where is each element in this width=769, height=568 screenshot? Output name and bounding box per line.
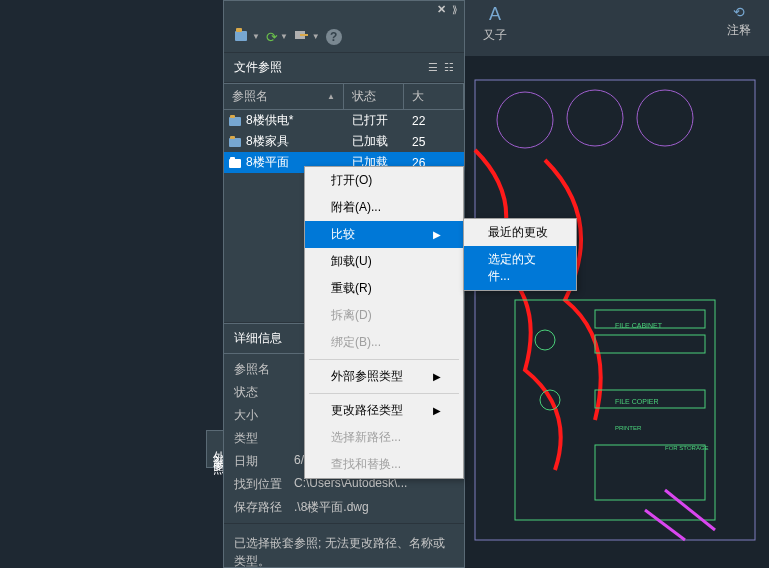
refresh-icon: ⟳ [266,29,278,45]
svg-text:PRINTER: PRINTER [615,425,642,431]
detail-row: 保存路径 .\8楼平面.dwg [224,496,464,519]
svg-rect-24 [230,157,235,160]
table-header: 参照名 ▲ 状态 大 [224,83,464,110]
panel-title-bar: 文件参照 ☰ ☷ [224,53,464,83]
menu-item: 拆离(D) [305,302,463,329]
menu-item[interactable]: 更改路径类型▶ [305,397,463,424]
row-name: 8楼供电* [246,112,293,129]
column-name[interactable]: 参照名 ▲ [224,84,344,109]
detail-label: 参照名 [234,361,294,378]
svg-text:FOR STORAGE: FOR STORAGE [665,445,709,451]
detail-label: 大小 [234,407,294,424]
detail-label: 状态 [234,384,294,401]
ribbon-label: 注释 [727,22,751,39]
context-menu: 打开(O)附着(A)...比较▶卸载(U)重载(R)拆离(D)绑定(B)...外… [304,166,464,479]
menu-separator [309,393,459,394]
panel-title: 文件参照 [234,59,282,76]
detail-label: 保存路径 [234,499,294,516]
menu-item-label: 卸载(U) [331,253,372,270]
row-name: 8楼家具 [246,133,289,150]
details-title: 详细信息 [234,330,282,347]
detail-value: .\8楼平面.dwg [294,499,454,516]
row-size: 22 [412,114,464,128]
table-row[interactable]: 8楼家具 已加载 25 [224,131,464,152]
row-status: 已加载 [352,133,412,150]
menu-item[interactable]: 附着(A)... [305,194,463,221]
attach-button[interactable]: ▼ [234,27,260,46]
table-body: 8楼供电* 已打开 22 8楼家具 已加载 25 8楼平面 已加载 26 [224,110,464,173]
menu-item-label: 绑定(B)... [331,334,381,351]
table-row[interactable]: 8楼供电* 已打开 22 [224,110,464,131]
help-icon[interactable]: ? [326,29,342,45]
undo-icon: ⟲ [733,4,745,20]
menu-separator [309,359,459,360]
row-status: 已打开 [352,112,412,129]
submenu-item[interactable]: 最近的更改 [464,219,576,246]
menu-item-label: 重载(R) [331,280,372,297]
context-submenu: 最近的更改选定的文件... [463,218,577,291]
menu-item-label: 比较 [331,226,355,243]
row-size: 25 [412,135,464,149]
svg-rect-23 [229,159,241,168]
detail-label: 找到位置 [234,476,294,493]
ribbon-group-anno[interactable]: ⟲ 注释 [727,4,751,39]
ribbon: A 又子 ⟲ 注释 [465,0,769,56]
svg-rect-21 [229,138,241,147]
svg-rect-22 [230,136,235,139]
menu-item[interactable]: 卸载(U) [305,248,463,275]
chevron-right-icon: ▶ [433,405,441,416]
svg-text:FILE CABINET: FILE CABINET [615,322,663,329]
menu-item[interactable]: 打开(O) [305,167,463,194]
menu-item[interactable]: 重载(R) [305,275,463,302]
path-icon [294,27,310,46]
chevron-down-icon: ▼ [280,32,288,41]
chevron-down-icon: ▼ [252,32,260,41]
dwg-file-icon [228,136,242,148]
svg-text:FILE COPIER: FILE COPIER [615,398,659,405]
menu-item-label: 附着(A)... [331,199,381,216]
menu-item-label: 更改路径类型 [331,402,403,419]
svg-rect-20 [230,115,235,118]
chevron-right-icon: ▶ [433,229,441,240]
path-button[interactable]: ▼ [294,27,320,46]
menu-item[interactable]: 外部参照类型▶ [305,363,463,390]
list-view-icon[interactable]: ☰ [428,61,438,74]
menu-item-label: 外部参照类型 [331,368,403,385]
svg-rect-16 [235,31,247,41]
footer-message: 已选择嵌套参照; 无法更改路径、名称或类型。 [224,523,464,568]
submenu-item[interactable]: 选定的文件... [464,246,576,290]
close-icon[interactable]: ✕ [437,3,446,16]
column-status[interactable]: 状态 [344,84,404,109]
menu-item-label: 拆离(D) [331,307,372,324]
ribbon-group-text[interactable]: A 又子 [483,4,507,44]
menu-item: 查找和替换... [305,451,463,478]
svg-rect-0 [465,56,769,568]
detail-label: 类型 [234,430,294,447]
menu-item: 绑定(B)... [305,329,463,356]
attach-icon [234,27,250,46]
pin-icon[interactable]: ⟫ [452,4,458,15]
dwg-file-icon [228,157,242,169]
ribbon-label: 又子 [483,27,507,44]
menu-item-label: 选择新路径... [331,429,401,446]
panel-toolbar: ▼ ⟳ ▼ ▼ ? [224,21,464,53]
row-name: 8楼平面 [246,154,289,171]
svg-rect-17 [236,28,242,32]
detail-label: 日期 [234,453,294,470]
menu-item-label: 查找和替换... [331,456,401,473]
menu-item: 选择新路径... [305,424,463,451]
menu-item-label: 打开(O) [331,172,372,189]
tree-view-icon[interactable]: ☷ [444,61,454,74]
column-size[interactable]: 大 [404,84,464,109]
svg-rect-19 [229,117,241,126]
chevron-right-icon: ▶ [433,371,441,382]
refresh-button[interactable]: ⟳ ▼ [266,29,288,45]
text-icon: A [489,4,501,25]
menu-item[interactable]: 比较▶ [305,221,463,248]
dwg-file-icon [228,115,242,127]
sort-asc-icon: ▲ [327,92,335,101]
chevron-down-icon: ▼ [312,32,320,41]
